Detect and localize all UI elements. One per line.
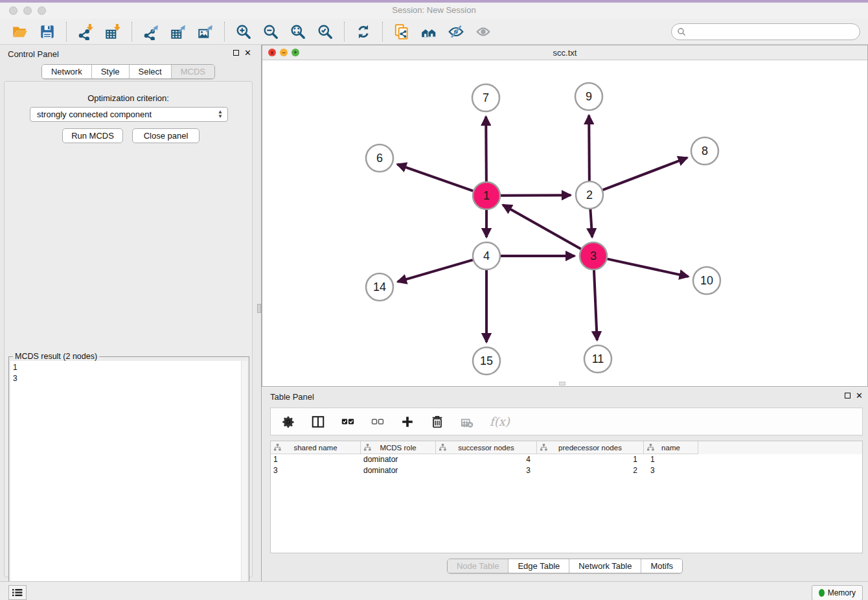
edge-1-7[interactable] bbox=[486, 117, 486, 181]
table-panel: Table Panel ✕ f(x) shared nameMCDS roles… bbox=[262, 388, 868, 581]
edge-1-2[interactable] bbox=[501, 195, 571, 196]
zoom-in-icon[interactable] bbox=[234, 22, 253, 41]
show-all-icon[interactable] bbox=[474, 22, 493, 41]
mcds-result-group: MCDS result (2 nodes) 1 3 bbox=[8, 356, 249, 599]
column-header-name[interactable]: name bbox=[644, 441, 698, 454]
cell-shared-name: 3 bbox=[271, 465, 361, 476]
canvas-scroll-grip[interactable] bbox=[559, 382, 565, 386]
export-network-icon[interactable] bbox=[141, 22, 161, 41]
table-tab-motifs[interactable]: Motifs bbox=[641, 559, 682, 573]
zoom-selected-icon[interactable] bbox=[315, 22, 335, 41]
copy-network-icon[interactable] bbox=[392, 22, 411, 41]
node-label-1: 1 bbox=[483, 189, 490, 202]
table-tab-network-table[interactable]: Network Table bbox=[569, 559, 641, 573]
mcds-result-text[interactable]: 1 3 bbox=[10, 361, 241, 597]
edge-2-3[interactable] bbox=[590, 209, 592, 237]
edge-3-1[interactable] bbox=[503, 205, 581, 249]
deselect-all-rows-icon[interactable] bbox=[371, 415, 385, 429]
tab-select[interactable]: Select bbox=[130, 65, 172, 78]
cell-name: 1 bbox=[644, 454, 698, 465]
node-label-2: 2 bbox=[586, 189, 593, 202]
network-canvas[interactable]: 7968124314101511 bbox=[262, 60, 867, 386]
open-session-icon[interactable] bbox=[10, 22, 30, 41]
network-window: x – + scc.txt 7968124314101511 bbox=[262, 45, 868, 387]
search-input[interactable] bbox=[689, 25, 860, 38]
table-row[interactable]: 1dominator411 bbox=[271, 454, 862, 465]
table-panel-tabs: Node TableEdge TableNetwork TableMotifs bbox=[262, 559, 868, 573]
toolbar-separator bbox=[224, 22, 225, 41]
edge-2-9[interactable] bbox=[589, 115, 589, 181]
splitter-grip[interactable] bbox=[257, 304, 261, 313]
table-panel-title: Table Panel bbox=[270, 392, 314, 402]
tab-network[interactable]: Network bbox=[42, 65, 92, 78]
export-table-icon[interactable] bbox=[168, 22, 188, 41]
first-neighbors-icon[interactable] bbox=[419, 22, 439, 41]
close-table-panel-icon[interactable]: ✕ bbox=[856, 392, 863, 399]
cell-predecessor-nodes: 1 bbox=[537, 454, 644, 465]
control-panel-title: Control Panel bbox=[8, 49, 59, 59]
table-settings-icon[interactable] bbox=[281, 415, 295, 429]
tab-group: NetworkStyleSelectMCDS bbox=[41, 64, 215, 79]
cell-name: 3 bbox=[644, 465, 698, 476]
edge-1-6[interactable] bbox=[397, 165, 473, 191]
float-table-panel-icon[interactable] bbox=[845, 393, 851, 398]
run-mcds-button[interactable]: Run MCDS bbox=[62, 128, 123, 143]
node-table-body: 1dominator4113dominator323 bbox=[271, 454, 862, 476]
refresh-layout-icon[interactable] bbox=[354, 22, 373, 41]
column-header-shared-name[interactable]: shared name bbox=[271, 441, 361, 454]
zoom-fit-icon[interactable] bbox=[288, 22, 308, 41]
control-panel-header: Control Panel ✕ bbox=[0, 45, 257, 63]
node-table[interactable]: shared nameMCDS rolesuccessor nodesprede… bbox=[270, 441, 863, 553]
control-panel: Control Panel ✕ NetworkStyleSelectMCDS O… bbox=[0, 45, 257, 581]
split-columns-icon[interactable] bbox=[311, 415, 325, 429]
delete-table-icon bbox=[460, 415, 474, 429]
network-window-titlebar: x – + scc.txt bbox=[262, 45, 867, 60]
function-builder-icon: f(x) bbox=[490, 415, 510, 428]
optimization-criterion-select[interactable]: strongly connected component ▲▼ bbox=[30, 107, 228, 122]
zoom-out-icon[interactable] bbox=[261, 22, 280, 41]
close-panel-button[interactable]: Close panel bbox=[132, 128, 200, 143]
float-panel-icon[interactable] bbox=[233, 50, 239, 56]
close-panel-icon[interactable]: ✕ bbox=[244, 49, 251, 56]
table-tab-node-table[interactable]: Node Table bbox=[448, 559, 509, 573]
table-row[interactable]: 3dominator323 bbox=[271, 465, 862, 476]
mcds-result-title: MCDS result (2 nodes) bbox=[13, 352, 99, 361]
import-table-icon[interactable] bbox=[103, 22, 122, 41]
optimization-criterion-label: Optimization criterion: bbox=[5, 93, 252, 103]
tab-mcds[interactable]: MCDS bbox=[172, 65, 214, 78]
import-network-icon[interactable] bbox=[76, 22, 95, 41]
edge-2-8[interactable] bbox=[603, 157, 687, 190]
cell-predecessor-nodes: 2 bbox=[537, 465, 644, 476]
list-icon bbox=[12, 588, 23, 597]
add-row-icon[interactable] bbox=[400, 415, 415, 429]
select-all-rows-icon[interactable] bbox=[341, 415, 355, 429]
hide-selected-icon[interactable] bbox=[446, 22, 466, 41]
table-toolbar: f(x) bbox=[270, 408, 863, 435]
column-header-predecessor-nodes[interactable]: predecessor nodes bbox=[537, 441, 644, 454]
search-box[interactable] bbox=[671, 23, 860, 40]
cell-successor-nodes: 4 bbox=[436, 454, 537, 465]
network-graph: 7968124314101511 bbox=[262, 60, 867, 386]
export-image-icon[interactable] bbox=[196, 22, 215, 41]
node-label-8: 8 bbox=[702, 144, 708, 157]
cell-shared-name: 1 bbox=[271, 454, 361, 465]
node-label-6: 6 bbox=[376, 152, 383, 165]
cell-MCDS-role: dominator bbox=[361, 465, 436, 476]
memory-button[interactable]: Memory bbox=[812, 585, 863, 600]
edge-3-11[interactable] bbox=[594, 270, 597, 340]
edge-3-10[interactable] bbox=[607, 259, 688, 277]
column-header-successor-nodes[interactable]: successor nodes bbox=[436, 441, 537, 454]
task-history-button[interactable] bbox=[8, 585, 27, 600]
column-header-MCDS-role[interactable]: MCDS role bbox=[361, 441, 436, 454]
tab-style[interactable]: Style bbox=[92, 65, 130, 78]
control-panel-tabs: NetworkStyleSelectMCDS bbox=[0, 64, 257, 79]
node-label-7: 7 bbox=[483, 91, 489, 104]
save-session-icon[interactable] bbox=[38, 22, 57, 41]
edge-4-14[interactable] bbox=[398, 260, 473, 282]
search-icon bbox=[677, 27, 686, 36]
table-tab-edge-table[interactable]: Edge Table bbox=[508, 559, 569, 573]
select-stepper-icon: ▲▼ bbox=[218, 110, 223, 119]
mcds-result-scrollbar[interactable] bbox=[241, 361, 247, 597]
delete-rows-icon[interactable] bbox=[430, 415, 444, 429]
vertical-splitter[interactable] bbox=[257, 45, 262, 581]
